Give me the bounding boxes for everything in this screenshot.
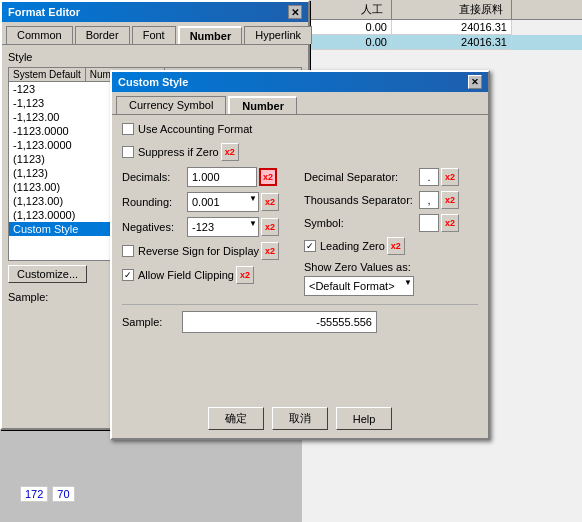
dialog-titlebar: Custom Style ✕ — [112, 72, 488, 92]
reverse-sign-row: Reverse Sign for Display x2 — [122, 242, 296, 260]
suppress-if-zero-checkbox[interactable] — [122, 146, 134, 158]
format-editor-title: Format Editor — [8, 6, 80, 18]
tab-number[interactable]: Number — [228, 96, 297, 114]
cell-gongzi-2: 0.00 — [302, 35, 392, 50]
allow-field-clipping-row: ✓ Allow Field Clipping x2 — [122, 266, 296, 284]
use-accounting-format-label: Use Accounting Format — [138, 123, 252, 135]
dialog-body: Use Accounting Format Suppress if Zero x… — [112, 115, 488, 341]
col-header-materials: 直接原料 — [392, 0, 512, 19]
rounding-select[interactable]: 0.001 — [187, 192, 259, 212]
cancel-button[interactable]: 取消 — [272, 407, 328, 430]
tab-hyperlink[interactable]: Hyperlink — [244, 26, 312, 44]
tab-common[interactable]: Common — [6, 26, 73, 44]
allow-field-clipping-x2-button[interactable]: x2 — [236, 266, 254, 284]
rounding-row: Rounding: 0.001 x2 — [122, 192, 296, 212]
right-column: Decimal Separator: . x2 Thousands Separa… — [304, 143, 478, 296]
style-group-label: Style — [8, 51, 302, 63]
use-accounting-format-checkbox[interactable] — [122, 123, 134, 135]
thousands-sep-x2-button[interactable]: x2 — [441, 191, 459, 209]
sample-value-input[interactable] — [182, 311, 377, 333]
decimals-label: Decimals: — [122, 171, 187, 183]
decimal-separator-row: Decimal Separator: . x2 — [304, 168, 478, 186]
dialog-title: Custom Style — [118, 76, 188, 88]
reverse-sign-label: Reverse Sign for Display — [138, 245, 259, 257]
thousands-separator-label: Thousands Separator: — [304, 194, 419, 206]
decimals-x2-button[interactable]: x2 — [259, 168, 277, 186]
bottom-values: 172 70 — [20, 486, 75, 502]
dialog-footer: 确定 取消 Help — [112, 407, 488, 430]
negatives-x2-button[interactable]: x2 — [261, 218, 279, 236]
format-editor-tabs: Common Border Font Number Hyperlink — [2, 22, 308, 44]
left-column: Suppress if Zero x2 Decimals: x2 Roundin… — [122, 143, 296, 296]
sample-row: Sample: — [122, 304, 478, 333]
tab-currency-symbol[interactable]: Currency Symbol — [116, 96, 226, 114]
cell-materials-1: 24016.31 — [392, 20, 512, 35]
leading-zero-row: ✓ Leading Zero x2 — [304, 237, 478, 255]
customize-button[interactable]: Customize... — [8, 265, 87, 283]
symbol-x2-button[interactable]: x2 — [441, 214, 459, 232]
negatives-label: Negatives: — [122, 221, 187, 233]
tab-number[interactable]: Number — [178, 26, 243, 44]
thousands-separator-value: , — [419, 191, 439, 209]
cell-gongzi-1: 0.00 — [302, 20, 392, 35]
suppress-x2-button[interactable]: x2 — [221, 143, 239, 161]
rounding-label: Rounding: — [122, 196, 187, 208]
dialog-tabs: Currency Symbol Number — [112, 92, 488, 115]
allow-field-clipping-checkbox[interactable]: ✓ — [122, 269, 134, 281]
reverse-sign-x2-button[interactable]: x2 — [261, 242, 279, 260]
tab-font[interactable]: Font — [132, 26, 176, 44]
allow-field-clipping-label: Allow Field Clipping — [138, 269, 234, 281]
reverse-sign-checkbox[interactable] — [122, 245, 134, 257]
show-zero-values-label: Show Zero Values as: — [304, 261, 478, 273]
dialog-close-button[interactable]: ✕ — [468, 75, 482, 89]
leading-zero-x2-button[interactable]: x2 — [387, 237, 405, 255]
tab-border[interactable]: Border — [75, 26, 130, 44]
bottom-val-1: 172 — [20, 486, 48, 502]
show-zero-values-row: Show Zero Values as: <Default Format> 0 … — [304, 261, 478, 296]
symbol-row: Symbol: x2 — [304, 214, 478, 232]
format-editor-close-button[interactable]: ✕ — [288, 5, 302, 19]
style-header-system: System Default — [9, 68, 86, 81]
negatives-select[interactable]: -123 — [187, 217, 259, 237]
cell-materials-2: 24016.31 — [392, 35, 512, 50]
symbol-value — [419, 214, 439, 232]
decimals-row: Decimals: x2 — [122, 167, 296, 187]
ok-button[interactable]: 确定 — [208, 407, 264, 430]
format-editor-titlebar: Format Editor ✕ — [2, 2, 308, 22]
rounding-x2-button[interactable]: x2 — [261, 193, 279, 211]
decimal-sep-x2-button[interactable]: x2 — [441, 168, 459, 186]
decimals-input[interactable] — [187, 167, 257, 187]
leading-zero-checkbox[interactable]: ✓ — [304, 240, 316, 252]
symbol-label: Symbol: — [304, 217, 419, 229]
negatives-row: Negatives: -123 x2 — [122, 217, 296, 237]
decimal-separator-label: Decimal Separator: — [304, 171, 419, 183]
help-button[interactable]: Help — [336, 407, 393, 430]
bottom-val-2: 70 — [52, 486, 74, 502]
thousands-separator-row: Thousands Separator: , x2 — [304, 191, 478, 209]
sample-label: Sample: — [122, 316, 182, 328]
leading-zero-label: Leading Zero — [320, 240, 385, 252]
col-header-gongzi: 人工 — [302, 0, 392, 19]
suppress-if-zero-row: Suppress if Zero x2 — [122, 143, 296, 161]
decimal-separator-value: . — [419, 168, 439, 186]
suppress-if-zero-label: Suppress if Zero — [138, 146, 219, 158]
custom-style-dialog: Custom Style ✕ Currency Symbol Number Us… — [110, 70, 490, 440]
sample-label: Sample: — [8, 291, 48, 303]
zero-format-select[interactable]: <Default Format> 0 0.00 (blank) — [304, 276, 414, 296]
use-accounting-format-row: Use Accounting Format — [122, 123, 478, 135]
